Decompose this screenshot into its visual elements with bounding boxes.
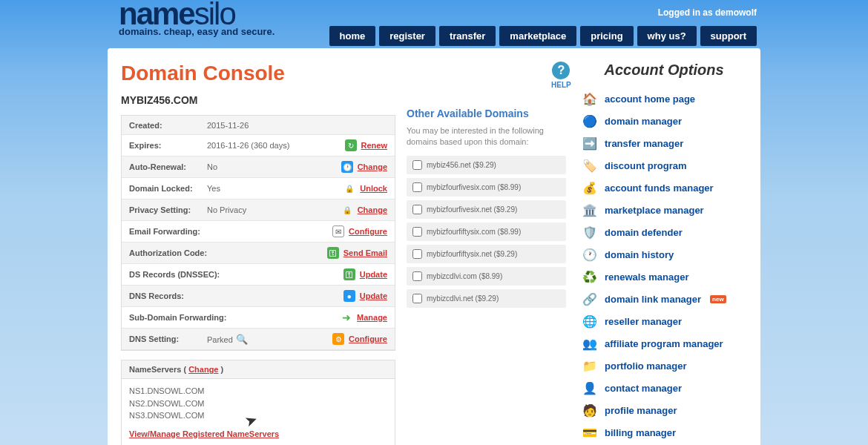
sidebar-item-label: renewals manager bbox=[605, 271, 688, 283]
sidebar-item-label: marketplace manager bbox=[605, 205, 704, 216]
domain-checkbox[interactable] bbox=[412, 249, 422, 259]
domain-row: Authorization Code:⚿Send Email bbox=[122, 243, 395, 264]
nameserver-entry: NS2.DNSOWL.COM bbox=[129, 398, 387, 410]
domain-checkbox[interactable] bbox=[412, 294, 422, 303]
sidebar-item-icon: 🏠 bbox=[582, 91, 597, 106]
row-value: No bbox=[207, 162, 341, 171]
ns-change-link[interactable]: Change bbox=[188, 365, 218, 374]
row-value: 2015-11-26 bbox=[207, 121, 387, 130]
row-action-link[interactable]: Change bbox=[358, 205, 387, 214]
nav-home[interactable]: home bbox=[329, 26, 376, 46]
domain-option-label: mybizfourfiftysix.com ($8.99) bbox=[427, 228, 521, 236]
sidebar-item[interactable]: ♻️renewals manager bbox=[581, 266, 747, 288]
sidebar-item-icon: 🛡️ bbox=[582, 225, 597, 240]
domain-checkbox[interactable] bbox=[412, 227, 422, 237]
main-container: Domain Console MYBIZ456.COM Created:2015… bbox=[108, 48, 760, 445]
help-label: HELP bbox=[551, 81, 571, 89]
sidebar-item-icon: ➡️ bbox=[582, 136, 597, 151]
nav-pricing[interactable]: pricing bbox=[580, 26, 633, 46]
nav-support[interactable]: support bbox=[700, 26, 757, 46]
domain-option: mybizfourfivesix.com ($8.99) bbox=[407, 178, 566, 197]
domain-row: Created:2015-11-26 bbox=[122, 116, 395, 135]
row-action-link[interactable]: Send Email bbox=[343, 248, 387, 257]
sidebar-item[interactable]: 🔗domain link managernew bbox=[581, 288, 747, 310]
nav-marketplace[interactable]: marketplace bbox=[499, 26, 576, 46]
sidebar-item-label: discount program bbox=[605, 160, 687, 171]
domain-option: mybizcdlvi.net ($9.29) bbox=[407, 289, 566, 308]
sidebar-item-label: contact manager bbox=[605, 383, 682, 394]
sidebar-item-icon: 👤 bbox=[582, 380, 597, 395]
sidebar-item-label: domain defender bbox=[605, 227, 683, 238]
tagline: domains. cheap, easy and secure. bbox=[119, 26, 274, 37]
sidebar-item[interactable]: 🏷️discount program bbox=[581, 154, 747, 177]
row-label: Privacy Setting: bbox=[129, 205, 207, 214]
row-label: DNS Setting: bbox=[129, 334, 207, 343]
sidebar-item-icon: 💳 bbox=[582, 425, 597, 440]
left-content: Domain Console MYBIZ456.COM Created:2015… bbox=[121, 62, 566, 445]
row-label: DNS Records: bbox=[129, 291, 207, 300]
sidebar-item[interactable]: 👥affiliate program manager bbox=[581, 332, 747, 355]
sidebar-item[interactable]: 🏛️marketplace manager bbox=[581, 199, 747, 221]
domain-name: MYBIZ456.COM bbox=[121, 94, 395, 106]
sidebar-item[interactable]: 🧑profile manager bbox=[581, 399, 747, 421]
row-label: Email Forwarding: bbox=[129, 227, 207, 236]
sidebar-item[interactable]: 🔵domain manager bbox=[581, 110, 747, 132]
sidebar-item[interactable]: 👤contact manager bbox=[581, 377, 747, 399]
sidebar-item[interactable]: 🌐reseller manager bbox=[581, 310, 747, 332]
domain-option-label: mybizfourfiftysix.net ($9.29) bbox=[427, 250, 517, 258]
domain-row: Auto-Renewal:No🕐Change bbox=[122, 156, 395, 178]
domain-checkbox[interactable] bbox=[412, 271, 422, 281]
row-action-link[interactable]: Renew bbox=[361, 141, 387, 150]
sidebar-item-icon: ♻️ bbox=[582, 269, 597, 284]
row-action-link[interactable]: Manage bbox=[357, 313, 387, 322]
ns-manage-link[interactable]: View/Manage Registered NameServers bbox=[129, 428, 279, 441]
sidebar-item[interactable]: 🛡️domain defender bbox=[581, 221, 747, 243]
sidebar-item-icon: 🧑 bbox=[582, 403, 597, 418]
sidebar-item-label: domain history bbox=[605, 249, 674, 260]
sidebar-item-label: domain link manager bbox=[605, 294, 701, 305]
domain-option-label: mybizcdlvi.com ($8.99) bbox=[427, 272, 502, 280]
other-domains-desc: You may be interested in the following d… bbox=[407, 125, 566, 148]
row-label: DS Records (DNSSEC): bbox=[129, 270, 220, 279]
domain-option: mybizfourfiftysix.com ($8.99) bbox=[407, 222, 566, 241]
domain-pane: Domain Console MYBIZ456.COM Created:2015… bbox=[121, 62, 395, 445]
nav-register[interactable]: register bbox=[379, 26, 435, 46]
nav-transfer[interactable]: transfer bbox=[439, 26, 496, 46]
other-domains-title: Other Available Domains bbox=[407, 108, 566, 119]
sidebar-item[interactable]: 🏠account home page bbox=[581, 88, 747, 110]
sidebar-item[interactable]: 🕐domain history bbox=[581, 243, 747, 266]
domain-checkbox[interactable] bbox=[412, 160, 422, 170]
domain-row: Domain Locked:Yes🔒Unlock bbox=[122, 178, 395, 200]
sidebar-item-icon: 🔗 bbox=[582, 291, 597, 306]
sidebar-item-label: profile manager bbox=[605, 405, 677, 416]
logo[interactable]: namesilo domains. cheap, easy and secure… bbox=[119, 0, 274, 37]
domain-checkbox[interactable] bbox=[412, 182, 422, 192]
row-action-link[interactable]: Configure bbox=[349, 334, 387, 343]
row-action-link[interactable]: Unlock bbox=[360, 184, 387, 193]
sidebar-item[interactable]: ➡️transfer manager bbox=[581, 132, 747, 154]
sidebar-item-icon: 🕐 bbox=[582, 247, 597, 262]
domain-row: Privacy Setting:No Privacy🔒Change bbox=[122, 200, 395, 221]
row-action-link[interactable]: Configure bbox=[349, 227, 387, 236]
sidebar-item-label: domain manager bbox=[605, 116, 682, 127]
row-action-link[interactable]: Update bbox=[360, 270, 387, 279]
nameserver-entry: NS1.DNSOWL.COM bbox=[129, 385, 387, 398]
row-action-link[interactable]: Change bbox=[358, 162, 387, 171]
sidebar-item-label: account home page bbox=[605, 93, 695, 105]
sidebar-item[interactable]: 💳billing manager bbox=[581, 421, 747, 444]
row-label: Expires: bbox=[129, 141, 207, 150]
sidebar: ? HELP Account Options 🏠account home pag… bbox=[581, 62, 747, 445]
new-badge: new bbox=[710, 295, 726, 303]
sidebar-item-icon: 🔵 bbox=[582, 113, 597, 128]
row-action-link[interactable]: Update bbox=[360, 291, 387, 300]
nameservers-header: NameServers ( Change ) bbox=[122, 360, 395, 379]
row-value: No Privacy bbox=[207, 205, 341, 214]
login-status: Logged in as demowolf bbox=[658, 7, 757, 18]
sidebar-item[interactable]: 💰account funds manager bbox=[581, 177, 747, 199]
sidebar-item-icon: 📁 bbox=[582, 358, 597, 373]
sidebar-item-icon: 💰 bbox=[582, 180, 597, 195]
domain-checkbox[interactable] bbox=[412, 205, 422, 214]
nav-whyus[interactable]: why us? bbox=[637, 26, 697, 46]
domain-row: DNS Setting:Parked🔍⚙Configure bbox=[122, 329, 395, 350]
sidebar-item[interactable]: 📁portfolio manager bbox=[581, 355, 747, 377]
